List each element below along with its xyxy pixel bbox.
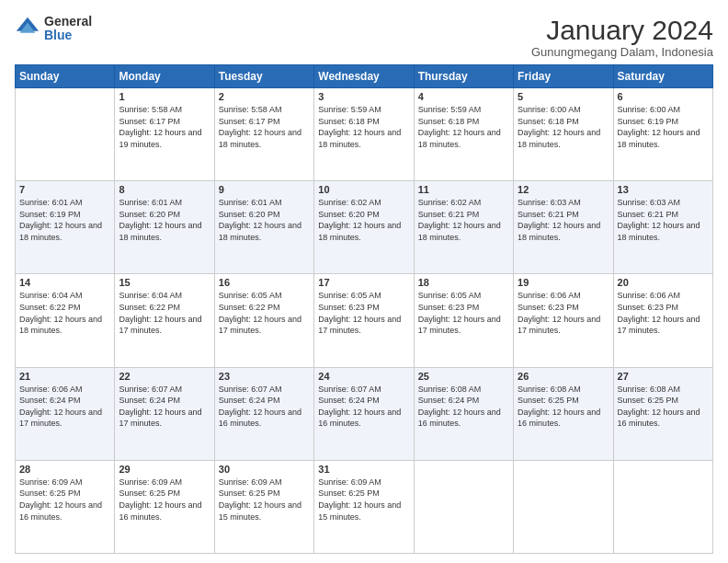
sunrise-text: Sunrise: 6:07 AM [119, 385, 182, 394]
sunrise-text: Sunrise: 6:00 AM [518, 105, 581, 114]
sunrise-text: Sunrise: 6:01 AM [119, 198, 182, 207]
sunrise-text: Sunrise: 6:07 AM [318, 385, 381, 394]
day-info: Sunrise: 5:58 AM Sunset: 6:17 PM Dayligh… [219, 104, 310, 150]
sunset-text: Sunset: 6:18 PM [418, 117, 480, 126]
day-info: Sunrise: 6:05 AM Sunset: 6:23 PM Dayligh… [418, 290, 509, 336]
day-info: Sunrise: 5:59 AM Sunset: 6:18 PM Dayligh… [418, 104, 509, 150]
calendar-cell: 23 Sunrise: 6:07 AM Sunset: 6:24 PM Dayl… [214, 367, 313, 460]
main-title: January 2024 [531, 15, 713, 45]
sunrise-text: Sunrise: 5:58 AM [219, 105, 282, 114]
day-info: Sunrise: 6:07 AM Sunset: 6:24 PM Dayligh… [119, 384, 210, 430]
week-row-2: 7 Sunrise: 6:01 AM Sunset: 6:19 PM Dayli… [16, 181, 713, 274]
day-number: 14 [19, 277, 110, 288]
day-number: 6 [618, 91, 709, 102]
calendar-cell: 14 Sunrise: 6:04 AM Sunset: 6:22 PM Dayl… [16, 274, 115, 367]
daylight-text: Daylight: 12 hours and 18 minutes. [618, 221, 700, 242]
header-monday: Monday [115, 65, 214, 88]
calendar-cell: 4 Sunrise: 5:59 AM Sunset: 6:18 PM Dayli… [414, 88, 513, 181]
sunrise-text: Sunrise: 6:01 AM [19, 198, 83, 207]
calendar-cell: 28 Sunrise: 6:09 AM Sunset: 6:25 PM Dayl… [16, 460, 115, 553]
calendar-cell: 10 Sunrise: 6:02 AM Sunset: 6:20 PM Dayl… [314, 181, 414, 274]
day-number: 17 [318, 277, 409, 288]
daylight-text: Daylight: 12 hours and 15 minutes. [318, 500, 401, 522]
day-info: Sunrise: 5:58 AM Sunset: 6:17 PM Dayligh… [119, 104, 210, 150]
sunset-text: Sunset: 6:20 PM [219, 210, 280, 219]
daylight-text: Daylight: 12 hours and 18 minutes. [418, 128, 501, 149]
calendar-cell: 1 Sunrise: 5:58 AM Sunset: 6:17 PM Dayli… [115, 88, 214, 181]
sunrise-text: Sunrise: 6:02 AM [318, 198, 381, 207]
calendar-cell: 19 Sunrise: 6:06 AM Sunset: 6:23 PM Dayl… [514, 274, 613, 367]
subtitle: Gunungmegang Dalam, Indonesia [531, 45, 713, 59]
daylight-text: Daylight: 12 hours and 18 minutes. [318, 221, 401, 242]
header-sunday: Sunday [16, 65, 115, 88]
daylight-text: Daylight: 12 hours and 19 minutes. [119, 128, 201, 149]
sunset-text: Sunset: 6:22 PM [219, 303, 280, 312]
calendar-cell: 25 Sunrise: 6:08 AM Sunset: 6:24 PM Dayl… [414, 367, 513, 460]
day-number: 1 [119, 91, 210, 102]
day-info: Sunrise: 6:02 AM Sunset: 6:20 PM Dayligh… [318, 197, 409, 243]
day-number: 10 [318, 184, 409, 195]
day-info: Sunrise: 5:59 AM Sunset: 6:18 PM Dayligh… [318, 104, 409, 150]
sunset-text: Sunset: 6:23 PM [618, 303, 679, 312]
sunset-text: Sunset: 6:25 PM [518, 396, 579, 405]
daylight-text: Daylight: 12 hours and 18 minutes. [618, 128, 700, 149]
day-number: 15 [119, 277, 210, 288]
sunrise-text: Sunrise: 6:09 AM [119, 477, 182, 487]
calendar-table: Sunday Monday Tuesday Wednesday Thursday… [15, 64, 713, 554]
sunset-text: Sunset: 6:23 PM [318, 303, 380, 312]
day-number: 28 [19, 464, 110, 475]
sunrise-text: Sunrise: 6:05 AM [418, 291, 482, 300]
day-info: Sunrise: 6:01 AM Sunset: 6:19 PM Dayligh… [19, 197, 110, 243]
header-tuesday: Tuesday [214, 65, 313, 88]
daylight-text: Daylight: 12 hours and 16 minutes. [219, 408, 301, 429]
daylight-text: Daylight: 12 hours and 17 minutes. [318, 315, 401, 336]
day-info: Sunrise: 6:03 AM Sunset: 6:21 PM Dayligh… [518, 197, 609, 243]
day-number: 22 [119, 371, 210, 382]
day-number: 4 [418, 91, 509, 102]
sunrise-text: Sunrise: 6:09 AM [318, 477, 381, 487]
page: General Blue January 2024 Gunungmegang D… [0, 0, 728, 563]
sunrise-text: Sunrise: 6:02 AM [418, 198, 482, 207]
sunset-text: Sunset: 6:24 PM [119, 396, 180, 405]
daylight-text: Daylight: 12 hours and 18 minutes. [19, 221, 102, 242]
sunrise-text: Sunrise: 6:07 AM [219, 385, 282, 394]
daylight-text: Daylight: 12 hours and 18 minutes. [318, 128, 401, 149]
day-number: 26 [518, 371, 609, 382]
day-info: Sunrise: 6:09 AM Sunset: 6:25 PM Dayligh… [318, 477, 409, 523]
sunset-text: Sunset: 6:24 PM [219, 396, 280, 405]
title-block: January 2024 Gunungmegang Dalam, Indones… [531, 15, 713, 59]
calendar-cell: 3 Sunrise: 5:59 AM Sunset: 6:18 PM Dayli… [314, 88, 414, 181]
sunrise-text: Sunrise: 6:03 AM [518, 198, 581, 207]
day-info: Sunrise: 6:07 AM Sunset: 6:24 PM Dayligh… [318, 384, 409, 430]
sunrise-text: Sunrise: 6:06 AM [618, 291, 681, 300]
sunrise-text: Sunrise: 6:05 AM [219, 291, 282, 300]
day-number: 16 [219, 277, 310, 288]
daylight-text: Daylight: 12 hours and 17 minutes. [219, 315, 301, 336]
calendar-cell: 5 Sunrise: 6:00 AM Sunset: 6:18 PM Dayli… [514, 88, 613, 181]
day-number: 11 [418, 184, 509, 195]
day-info: Sunrise: 6:00 AM Sunset: 6:19 PM Dayligh… [618, 104, 709, 150]
logo-text: General Blue [44, 15, 92, 43]
sunset-text: Sunset: 6:22 PM [19, 303, 81, 312]
day-info: Sunrise: 6:01 AM Sunset: 6:20 PM Dayligh… [119, 197, 210, 243]
sunset-text: Sunset: 6:23 PM [518, 303, 579, 312]
calendar-cell: 26 Sunrise: 6:08 AM Sunset: 6:25 PM Dayl… [514, 367, 613, 460]
header-wednesday: Wednesday [314, 65, 414, 88]
sunrise-text: Sunrise: 6:08 AM [518, 385, 581, 394]
daylight-text: Daylight: 12 hours and 18 minutes. [119, 221, 201, 242]
day-number: 8 [119, 184, 210, 195]
daylight-text: Daylight: 12 hours and 17 minutes. [518, 315, 600, 336]
daylight-text: Daylight: 12 hours and 18 minutes. [518, 221, 600, 242]
sunset-text: Sunset: 6:24 PM [19, 396, 81, 405]
logo: General Blue [15, 15, 92, 43]
daylight-text: Daylight: 12 hours and 18 minutes. [219, 128, 301, 149]
day-info: Sunrise: 6:01 AM Sunset: 6:20 PM Dayligh… [219, 197, 310, 243]
sunset-text: Sunset: 6:22 PM [119, 303, 180, 312]
sunrise-text: Sunrise: 6:08 AM [418, 385, 482, 394]
calendar-cell: 9 Sunrise: 6:01 AM Sunset: 6:20 PM Dayli… [214, 181, 313, 274]
sunrise-text: Sunrise: 6:04 AM [19, 291, 83, 300]
day-number: 5 [518, 91, 609, 102]
calendar-cell [613, 460, 712, 553]
logo-blue-text: Blue [44, 29, 92, 42]
header-thursday: Thursday [414, 65, 513, 88]
